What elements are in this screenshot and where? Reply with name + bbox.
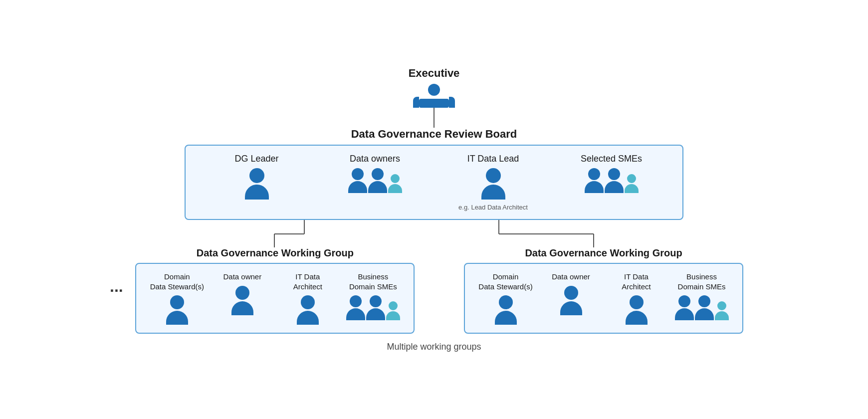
- wg-left-label: Data Governance Working Group: [197, 247, 354, 259]
- wg-left-domain-steward-label: DomainData Steward(s): [150, 272, 204, 291]
- wg-left-data-owner-label: Data owner: [223, 272, 261, 282]
- org-chart: Executive Data Governance Review Board D…: [85, 67, 783, 352]
- wg-left-it-data-architect-label: IT DataArchitect: [293, 272, 322, 291]
- wg-left-business-smes-label: BusinessDomain SMEs: [349, 272, 397, 291]
- ellipsis-symbol: ···: [110, 281, 123, 300]
- wg-left-container: ··· Data Governance Working Group Domain…: [110, 247, 419, 334]
- wg-left-data-owner: Data owner: [210, 272, 275, 325]
- executive-icon: [413, 84, 455, 108]
- it-data-lead-label: IT Data Lead: [467, 154, 519, 164]
- board-member-data-owners: Data owners: [316, 154, 434, 211]
- executive-block: Executive: [409, 67, 460, 108]
- wg-right-label: Data Governance Working Group: [525, 247, 682, 259]
- wg-right-it-data-architect: IT DataArchitect: [604, 272, 669, 325]
- wg-left-it-data-architect: IT DataArchitect: [275, 272, 340, 325]
- wg-right-it-data-architect-label: IT DataArchitect: [622, 272, 651, 291]
- dg-leader-icon: [245, 168, 269, 200]
- data-owners-label: Data owners: [350, 154, 400, 164]
- exec-head: [428, 84, 440, 96]
- dg-leader-label: DG Leader: [234, 154, 278, 164]
- wg-right-business-smes-label: BusinessDomain SMEs: [678, 272, 726, 291]
- review-board-label: Data Governance Review Board: [351, 128, 517, 141]
- working-groups-row: ··· Data Governance Working Group Domain…: [110, 247, 758, 334]
- data-owners-icon: [348, 168, 402, 193]
- wg-right-data-owner-label: Data owner: [552, 272, 590, 282]
- connector-exec-board: [434, 108, 434, 128]
- wg-right: Data Governance Working Group DomainData…: [449, 247, 758, 334]
- selected-smes-label: Selected SMEs: [581, 154, 642, 164]
- executive-label: Executive: [409, 67, 460, 80]
- board-member-selected-smes: Selected SMEs: [552, 154, 670, 211]
- wg-left: Data Governance Working Group DomainData…: [131, 247, 419, 334]
- branch-connectors: [110, 220, 758, 247]
- bottom-note: Multiple working groups: [387, 342, 481, 352]
- it-data-lead-icon: [481, 168, 505, 200]
- wg-left-box: DomainData Steward(s) Data owner: [135, 263, 415, 334]
- board-member-dg-leader: DG Leader: [198, 154, 316, 211]
- wg-right-domain-steward: DomainData Steward(s): [473, 272, 538, 325]
- exec-desk: [419, 99, 449, 108]
- wg-right-data-owner: Data owner: [538, 272, 604, 325]
- wg-left-domain-steward: DomainData Steward(s): [144, 272, 210, 325]
- wg-right-box: DomainData Steward(s) Data owner: [464, 263, 743, 334]
- board-box: DG Leader Data owners: [185, 145, 683, 220]
- wg-right-business-smes: BusinessDomain SMEs: [669, 272, 734, 325]
- it-data-lead-sublabel: e.g. Lead Data Architect: [458, 204, 528, 211]
- selected-smes-icon: [585, 168, 639, 193]
- wg-right-domain-steward-label: DomainData Steward(s): [478, 272, 532, 291]
- board-member-it-data-lead: IT Data Lead e.g. Lead Data Architect: [434, 154, 552, 211]
- review-board-section: Data Governance Review Board DG Leader D…: [185, 128, 683, 220]
- wg-left-business-smes: BusinessDomain SMEs: [340, 272, 406, 325]
